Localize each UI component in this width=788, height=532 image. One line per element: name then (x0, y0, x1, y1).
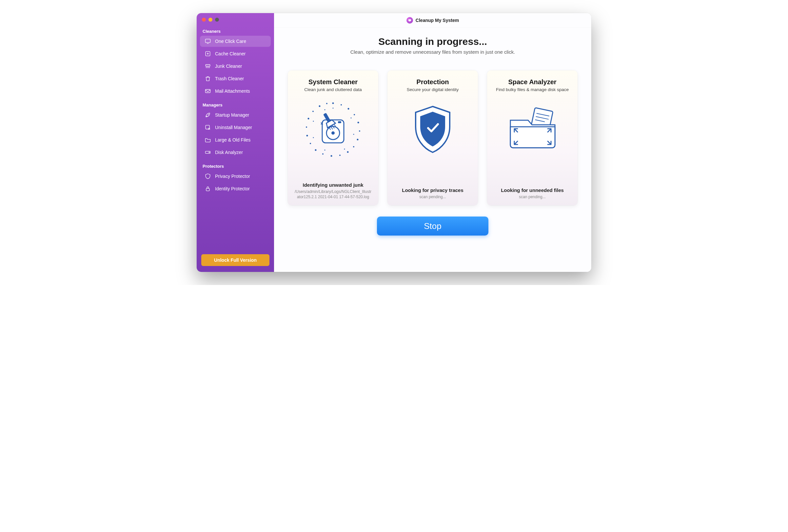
system-cleaner-illustration (300, 97, 366, 162)
cards-row: System Cleaner Clean junk and cluttered … (274, 58, 591, 205)
card-space-analyzer: Space Analyzer Find bulky files & manage… (487, 70, 577, 205)
svg-point-20 (331, 155, 332, 157)
protection-illustration (400, 97, 466, 162)
sidebar-item-uninstall-manager[interactable]: Uninstall Manager (200, 122, 271, 133)
shredder-icon (204, 63, 211, 69)
sidebar-item-label: One Click Care (215, 39, 246, 44)
uninstall-icon (204, 124, 211, 131)
svg-point-17 (353, 146, 354, 147)
card-protection: Protection Secure your digital identity … (388, 70, 478, 205)
lock-icon (204, 185, 211, 192)
sidebar-item-startup-manager[interactable]: Startup Manager (200, 109, 271, 121)
svg-point-25 (306, 126, 307, 128)
sidebar-item-label: Identity Protector (215, 186, 250, 191)
sidebar-item-cache-cleaner[interactable]: Cache Cleaner (200, 48, 271, 59)
svg-point-34 (324, 150, 326, 151)
svg-point-26 (308, 118, 310, 120)
card-status-detail: /Users/admin/Library/Logs/NGLClient_Illu… (292, 189, 374, 200)
window-controls (197, 18, 274, 27)
card-title: Protection (417, 78, 449, 86)
svg-point-37 (324, 109, 326, 110)
svg-point-19 (339, 155, 340, 156)
sidebar-item-label: Junk Cleaner (215, 64, 242, 69)
sidebar-item-label: Mail Attachments (215, 88, 250, 94)
svg-rect-0 (205, 39, 211, 43)
card-title: Space Analyzer (508, 78, 556, 86)
sidebar-item-label: Cache Cleaner (215, 51, 245, 56)
app-title: Cleanup My System (416, 18, 459, 23)
sidebar-item-junk-cleaner[interactable]: Junk Cleaner (200, 61, 271, 72)
sidebar-item-large-old-files[interactable]: Large & Old Files (200, 134, 271, 145)
svg-point-36 (313, 121, 314, 122)
action-row: Stop (274, 205, 591, 236)
folder-icon (204, 137, 211, 143)
sidebar-item-mail-attachments[interactable]: Mail Attachments (200, 85, 271, 97)
hero-title: Scanning in progress... (274, 36, 591, 47)
svg-point-35 (313, 137, 314, 138)
space-analyzer-illustration (499, 97, 565, 162)
stop-button[interactable]: Stop (377, 217, 488, 236)
hero: Scanning in progress... Clean, optimize … (274, 27, 591, 58)
svg-point-10 (332, 103, 334, 104)
svg-rect-9 (409, 21, 410, 22)
svg-point-28 (319, 105, 320, 107)
main-content: Cleanup My System Scanning in progress..… (274, 13, 591, 272)
svg-rect-41 (338, 121, 341, 123)
sidebar-item-trash-cleaner[interactable]: Trash Cleaner (200, 73, 271, 84)
monitor-icon (204, 38, 211, 44)
card-status-title: Identifying unwanted junk (303, 182, 363, 188)
disk-icon (204, 149, 211, 156)
sidebar-item-privacy-protector[interactable]: Privacy Protector (200, 171, 271, 182)
card-status-title: Looking for privacy traces (402, 187, 464, 193)
trash-icon (204, 75, 211, 82)
svg-point-21 (322, 153, 323, 155)
svg-point-11 (340, 104, 342, 105)
svg-point-6 (209, 152, 210, 153)
sidebar-item-identity-protector[interactable]: Identity Protector (200, 183, 271, 194)
rocket-icon (204, 112, 211, 118)
shield-icon (204, 173, 211, 180)
svg-point-24 (307, 135, 308, 137)
card-system-cleaner: System Cleaner Clean junk and cluttered … (288, 70, 378, 205)
svg-point-27 (312, 111, 314, 112)
sidebar-section-label: Cleaners (197, 27, 274, 35)
sidebar-item-label: Trash Cleaner (215, 76, 244, 81)
sidebar: Cleaners One Click Care Cache Cleaner Ju… (197, 13, 274, 272)
unlock-full-version-button[interactable]: Unlock Full Version (201, 254, 270, 266)
sidebar-section-label: Managers (197, 101, 274, 109)
sidebar-section-label: Protectors (197, 162, 274, 170)
download-box-icon (204, 50, 211, 57)
svg-point-33 (344, 149, 345, 150)
svg-point-14 (358, 122, 359, 123)
sidebar-item-label: Large & Old Files (215, 137, 251, 143)
close-window-button[interactable] (202, 18, 206, 22)
app-window: Cleaners One Click Care Cache Cleaner Ju… (197, 13, 591, 272)
sidebar-item-one-click-care[interactable]: One Click Care (200, 36, 271, 47)
svg-rect-7 (206, 188, 210, 191)
mail-icon (204, 88, 211, 94)
svg-point-29 (326, 103, 328, 104)
sidebar-item-label: Uninstall Manager (215, 125, 252, 130)
card-subtitle: Find bulky files & manage disk space (496, 87, 569, 92)
svg-rect-2 (205, 64, 210, 66)
svg-point-30 (333, 108, 334, 109)
card-status-detail: scan pending... (418, 194, 447, 200)
svg-point-13 (354, 114, 355, 115)
sidebar-item-disk-analyzer[interactable]: Disk Analyzer (200, 147, 271, 158)
sidebar-item-label: Privacy Protector (215, 173, 250, 179)
sidebar-item-label: Startup Manager (215, 112, 249, 118)
titlebar: Cleanup My System (274, 13, 591, 27)
svg-rect-8 (409, 19, 411, 21)
card-subtitle: Secure your digital identity (407, 87, 458, 92)
svg-point-15 (359, 130, 360, 132)
app-logo-icon (407, 17, 413, 24)
card-subtitle: Clean junk and cluttered data (304, 87, 362, 92)
card-status-title: Looking for unneeded files (501, 187, 564, 193)
svg-point-40 (331, 131, 335, 135)
maximize-window-button[interactable] (215, 18, 219, 22)
svg-point-23 (310, 143, 311, 144)
svg-point-18 (347, 151, 349, 153)
minimize-window-button[interactable] (209, 18, 212, 22)
svg-point-32 (353, 134, 354, 135)
svg-rect-3 (205, 89, 211, 93)
